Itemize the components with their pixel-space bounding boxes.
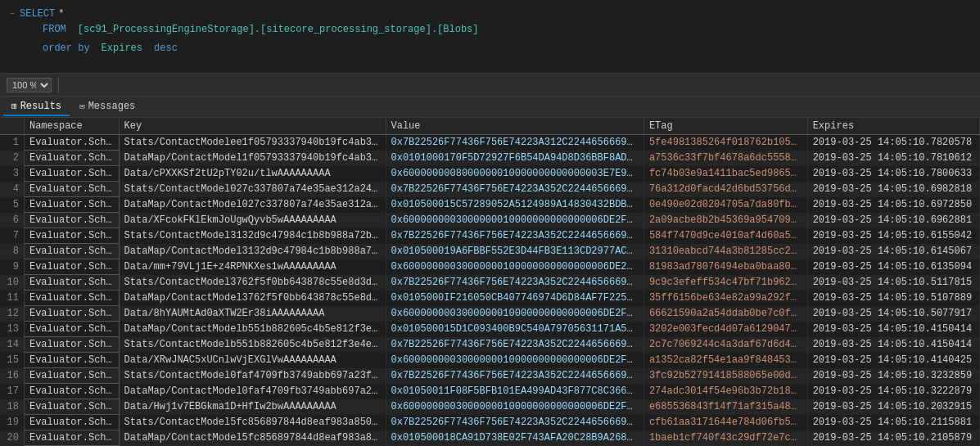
tab-results[interactable]: ⊞ Results — [3, 98, 70, 116]
cell-expires: 2019-03-25 14:05:10.6155042 — [807, 228, 979, 244]
cell-namespace: Evaluator.Schema — [24, 322, 119, 337]
cell-key: Stats/ContactModelee1f05793337940b19fc4a… — [119, 135, 386, 151]
col-header-key[interactable]: Key — [119, 118, 386, 135]
cell-namespace: Evaluator.Schema — [24, 275, 119, 291]
cell-namespace: Evaluator.Schema — [24, 399, 119, 415]
cell-value: 0x0105000IF216050CB407746974D6D84AF7F225… — [386, 291, 644, 306]
cell-key: Stats/ContactModel0faf4709fb3749abb697a2… — [119, 368, 386, 384]
cell-expires: 2019-03-25 14:05:10.7810612 — [807, 151, 979, 166]
cell-etag: cfb61aa3171644e784d06fb553958662 — [644, 415, 807, 430]
table-row[interactable]: 7Evaluator.SchemaStats/ContactModel3132d… — [0, 228, 980, 244]
table-row[interactable]: 15Evaluator.SchemaData/XRwJNAC5xUCnlwVjE… — [0, 353, 980, 368]
query-editor: − SELECT * FROM [sc91_ProcessingEngineSt… — [0, 0, 980, 74]
cell-namespace: Evaluator.Schema — [24, 213, 119, 228]
cell-namespace: Evaluator.Schema — [24, 306, 119, 322]
col-header-expires[interactable]: Expires — [807, 118, 979, 135]
cell-key: DataMap/ContactModel0faf4709fb3749abb697… — [119, 384, 386, 399]
cell-expires: 2019-03-25 14:05:10.5117815 — [807, 275, 979, 291]
cell-key: Stats/ContactModelb551b882605c4b5e812f3e… — [119, 337, 386, 353]
cell-expires: 2019-03-25 14:05:10.6982818 — [807, 182, 979, 197]
cell-namespace: Evaluator.Schema — [24, 291, 119, 306]
table-row[interactable]: 13Evaluator.SchemaDataMap/ContactModelb5… — [0, 322, 980, 337]
table-row[interactable]: 5Evaluator.SchemaDataMap/ContactModel027… — [0, 197, 980, 213]
cell-key: Data/8hYAUMtAd0aXTW2Er38iAAAAAAAAA — [119, 306, 386, 322]
results-icon: ⊞ — [11, 101, 17, 111]
table-body: 1Evaluator.SchemaStats/ContactModelee1f0… — [0, 135, 980, 446]
cell-etag: a1352ca82f54e1aa9f848453545f06e — [644, 353, 807, 368]
table-row[interactable]: 8Evaluator.SchemaDataMap/ContactModel313… — [0, 244, 980, 259]
table-row[interactable]: 17Evaluator.SchemaDataMap/ContactModel0f… — [0, 384, 980, 399]
table-row[interactable]: 2Evaluator.SchemaDataMap/ContactModel1f0… — [0, 151, 980, 166]
table-row[interactable]: 3Evaluator.SchemaData/cPXXKSf2tU2pTY02u/… — [0, 166, 980, 182]
cell-key: Stats/ContactModel3132d9c47984c1b8b988a7… — [119, 228, 386, 244]
cell-etag: 584f7470d9ce4010af4d60a52dc89c45 — [644, 228, 807, 244]
row-num: 11 — [0, 291, 24, 306]
row-num: 16 — [0, 368, 24, 384]
col-header-namespace[interactable]: Namespace — [24, 118, 119, 135]
cell-namespace: Evaluator.Schema — [24, 368, 119, 384]
cell-etag: fc74b03e9a1411bac5ed9865a787d52 — [644, 166, 807, 182]
cell-etag: 35ff6156be634e82a99a292fe10e3d96 — [644, 291, 807, 306]
cell-expires: 2019-03-25 14:05:10.4140425 — [807, 353, 979, 368]
cell-expires: 2019-03-25 14:05:10.2115881 — [807, 415, 979, 430]
cell-expires: 2019-03-25 14:05:10.6135094 — [807, 259, 979, 275]
cell-namespace: Evaluator.Schema — [24, 228, 119, 244]
orderby-dir: desc — [154, 41, 178, 56]
table-row[interactable]: 11Evaluator.SchemaDataMap/ContactModel37… — [0, 291, 980, 306]
cell-namespace: Evaluator.Schema — [24, 151, 119, 166]
cell-expires: 2019-03-25 14:05:10.2032915 — [807, 399, 979, 415]
cell-value: 0x6000000003000000010000000000000006DE2F… — [386, 213, 644, 228]
cell-expires: 2019-03-25 14:05:10.6145067 — [807, 244, 979, 259]
table-row[interactable]: 19Evaluator.SchemaStats/ContactModel5fc8… — [0, 415, 980, 430]
cell-namespace: Evaluator.Schema — [24, 415, 119, 430]
cell-namespace: Evaluator.Schema — [24, 337, 119, 353]
cell-key: DataMap/ContactModelb551b882605c4b5e812f… — [119, 322, 386, 337]
cell-value: 0x6000000003000000010000000000000006DE2F… — [386, 306, 644, 322]
table-row[interactable]: 9Evaluator.SchemaData/mm+79VLj1E+z4RPNKX… — [0, 259, 980, 275]
col-header-etag[interactable]: ETag — [644, 118, 807, 135]
table-row[interactable]: 1Evaluator.SchemaStats/ContactModelee1f0… — [0, 135, 980, 151]
cell-etag: a7536c33f7bf4678a6dc5558a4ca3927 — [644, 151, 807, 166]
cell-etag: 66621590a2a54ddab0be7c0f45871b49 — [644, 306, 807, 322]
row-num: 8 — [0, 244, 24, 259]
cell-namespace: Evaluator.Schema — [24, 430, 119, 446]
table-row[interactable]: 14Evaluator.SchemaStats/ContactModelb551… — [0, 337, 980, 353]
row-num: 1 — [0, 135, 24, 151]
table-row[interactable]: 18Evaluator.SchemaData/Hwj1v7EBGkma1D+Hf… — [0, 399, 980, 415]
table-header-row: Namespace Key Value ETag Expires — [0, 118, 980, 135]
row-num: 12 — [0, 306, 24, 322]
cell-expires: 2019-03-25 14:05:10.5077917 — [807, 306, 979, 322]
orderby-col: Expires — [102, 41, 142, 56]
cell-etag: 5fe4981385264f018762b105714b8b75 — [644, 135, 807, 151]
cell-expires: 2019-03-25 14:05:10.6972850 — [807, 197, 979, 213]
cell-etag: 274adc3014f54e96b3b72b18e077cc07 — [644, 384, 807, 399]
results-container[interactable]: Namespace Key Value ETag Expires 1Evalua… — [0, 118, 980, 446]
cell-key: DataMap/ContactModel5fc856897844d8eaf983… — [119, 430, 386, 446]
col-header-value[interactable]: Value — [386, 118, 644, 135]
cell-value: 0x7B22526F77436F756E74223A352C2244656669… — [386, 228, 644, 244]
table-row[interactable]: 6Evaluator.SchemaData/XFcokFKlEkmJoUgwQy… — [0, 213, 980, 228]
table-row[interactable]: 12Evaluator.SchemaData/8hYAUMtAd0aXTW2Er… — [0, 306, 980, 322]
cell-expires: 2019-03-25 14:05:10.7800633 — [807, 166, 979, 182]
row-num: 6 — [0, 213, 24, 228]
collapse-icon[interactable]: − — [10, 8, 15, 21]
cell-etag: 1baeb1cf740f43c29df72e7c4b94609b — [644, 430, 807, 446]
cell-value: 0x6000000008000000010000000000000003E7E9… — [386, 166, 644, 182]
results-table: Namespace Key Value ETag Expires 1Evalua… — [0, 118, 980, 446]
cell-namespace: Evaluator.Schema — [24, 259, 119, 275]
tab-results-label: Results — [20, 101, 61, 112]
from-keyword: FROM — [43, 22, 66, 38]
cell-expires: 2019-03-25 14:05:10.4150414 — [807, 337, 979, 353]
cell-etag: 0e490e02d0204705a7da80fb63eab16a — [644, 197, 807, 213]
table-row[interactable]: 20Evaluator.SchemaDataMap/ContactModel5f… — [0, 430, 980, 446]
tab-messages-label: Messages — [88, 101, 136, 112]
table-row[interactable]: 10Evaluator.SchemaStats/ContactModel3762… — [0, 275, 980, 291]
zoom-select[interactable]: 100 % 75 % 125 % 150 % — [7, 78, 52, 92]
cell-etag: 3202e003fecd4d07a61290475829be1b — [644, 322, 807, 337]
tab-messages[interactable]: ✉ Messages — [71, 98, 143, 116]
cell-key: Stats/ContactModel3762f5f0bb643878c55e8d… — [119, 275, 386, 291]
table-row[interactable]: 4Evaluator.SchemaStats/ContactModel027c3… — [0, 182, 980, 197]
table-row[interactable]: 16Evaluator.SchemaStats/ContactModel0faf… — [0, 368, 980, 384]
cell-key: Data/XFcokFKlEkmJoUgwQyvb5wAAAAAAAAA — [119, 213, 386, 228]
cell-etag: 81983ad78076494eba0baa801134a4ad — [644, 259, 807, 275]
